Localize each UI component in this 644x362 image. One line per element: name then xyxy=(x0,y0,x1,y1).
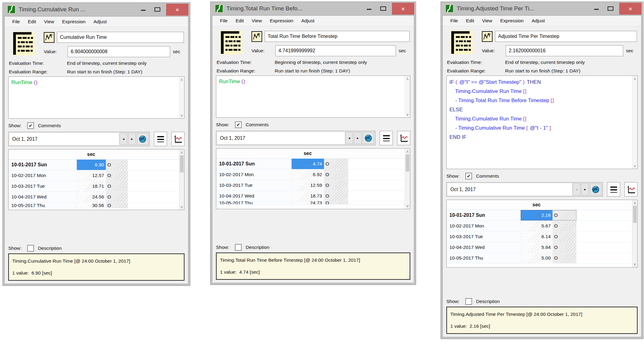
global-time-scroll-button[interactable] xyxy=(137,133,148,145)
row-value[interactable]: 5.00 xyxy=(521,253,553,263)
table-row[interactable]: 10-03-2017 Tue12.59O xyxy=(216,180,405,191)
scroll-up-icon[interactable]: ∧ xyxy=(405,149,410,154)
minimize-button[interactable] xyxy=(362,2,376,15)
table-row[interactable]: 10-03-2017 Tue6.14O xyxy=(447,231,632,242)
next-timestep-button[interactable]: ► xyxy=(128,133,136,145)
scroll-down-icon[interactable]: ∨ xyxy=(405,203,410,209)
close-button[interactable]: × xyxy=(392,3,414,15)
date-input[interactable]: Oct 1, 2017 xyxy=(448,183,572,195)
description-checkbox[interactable] xyxy=(27,245,34,252)
table-row[interactable]: 10-02-2017 Mon6.92O xyxy=(216,169,405,180)
table-row[interactable]: 10-04-2017 Wed5.84O xyxy=(447,242,632,253)
menu-adjust[interactable]: Adjust xyxy=(528,18,549,24)
table-row[interactable]: 10-01-2017 Sun6.90O xyxy=(9,160,179,170)
menu-edit[interactable]: Edit xyxy=(462,18,478,24)
menu-edit[interactable]: Edit xyxy=(232,18,248,24)
menu-expression[interactable]: Expression xyxy=(58,19,90,24)
next-timestep-button[interactable]: ► xyxy=(581,183,589,195)
value-input[interactable]: 4.741999999992 xyxy=(275,45,396,56)
row-value[interactable]: 12.57 xyxy=(77,170,106,181)
table-row[interactable]: 10-05-2017 Thu5.00O xyxy=(447,253,632,264)
table-row[interactable]: 10-05-2017 Thu30.56O xyxy=(9,202,179,209)
row-value[interactable]: 2.16 xyxy=(521,210,553,220)
plot-view-button[interactable] xyxy=(624,182,638,197)
menu-file[interactable]: File xyxy=(8,19,24,24)
close-button[interactable]: × xyxy=(166,4,188,16)
description-checkbox[interactable] xyxy=(235,244,242,251)
expression-editor[interactable]: RunTime () ∧ ∨ xyxy=(216,76,410,118)
title-bar[interactable]: Timing.Total Run Time Befo... × xyxy=(212,2,414,15)
row-value[interactable]: 6.90 xyxy=(77,160,106,170)
table-scrollbar[interactable]: ∧ ∨ xyxy=(179,150,184,210)
menu-view[interactable]: View xyxy=(40,19,58,24)
global-time-scroll-button[interactable] xyxy=(590,183,601,195)
scroll-down-icon[interactable]: ∨ xyxy=(179,113,184,118)
previous-timestep-button[interactable]: ◄ xyxy=(345,132,353,144)
title-bar[interactable]: Timing.Adjusted Time Per Ti... × xyxy=(442,2,642,15)
row-value[interactable]: 18.71 xyxy=(77,181,106,191)
expression-scrollbar[interactable]: ∧ ∨ xyxy=(632,76,637,169)
date-input[interactable]: Oct 1, 2017 xyxy=(217,132,344,144)
scroll-up-icon[interactable]: ∧ xyxy=(405,76,410,81)
previous-timestep-button[interactable]: ◄ xyxy=(573,183,580,195)
close-button[interactable]: × xyxy=(619,3,642,15)
slot-name-input[interactable]: Adjusted Time Per Timestep xyxy=(495,31,637,42)
table-row[interactable]: 10-03-2017 Tue18.71O xyxy=(9,181,179,192)
menu-view[interactable]: View xyxy=(248,18,266,24)
menu-edit[interactable]: Edit xyxy=(24,19,40,24)
value-input[interactable]: 6.904000000008 xyxy=(68,46,170,57)
menu-file[interactable]: File xyxy=(446,18,462,24)
table-row[interactable]: 10-02-2017 Mon5.67O xyxy=(447,221,632,231)
minimize-button[interactable] xyxy=(136,3,150,16)
list-view-button[interactable] xyxy=(607,182,620,197)
value-input[interactable]: 2.162000000016 xyxy=(506,45,623,56)
row-value[interactable]: 4.74 xyxy=(292,159,324,169)
row-value[interactable]: 6.92 xyxy=(292,169,324,180)
previous-timestep-button[interactable]: ◄ xyxy=(120,133,127,145)
table-row[interactable]: 10-01-2017 Sun2.16O xyxy=(447,210,632,221)
slot-name-input[interactable]: Cumulative Run Time xyxy=(57,32,184,43)
table-row[interactable]: 10-04-2017 Wed18.73O xyxy=(216,191,405,201)
description-checkbox[interactable] xyxy=(465,298,472,305)
table-scrollbar[interactable]: ∧ ∨ xyxy=(632,200,637,267)
expression-scrollbar[interactable]: ∧ ∨ xyxy=(179,77,184,118)
menu-file[interactable]: File xyxy=(216,18,232,24)
list-view-button[interactable] xyxy=(380,131,393,145)
menu-view[interactable]: View xyxy=(478,18,496,24)
menu-adjust[interactable]: Adjust xyxy=(90,19,111,24)
next-timestep-button[interactable]: ► xyxy=(354,132,362,144)
title-bar[interactable]: Timing.Cumulative Run ... × xyxy=(4,3,188,16)
table-row[interactable]: 10-02-2017 Mon12.57O xyxy=(9,170,179,181)
row-value[interactable]: 18.73 xyxy=(292,191,324,201)
scroll-up-icon[interactable]: ∧ xyxy=(632,76,637,81)
plot-view-button[interactable] xyxy=(171,132,184,146)
date-input[interactable]: Oct 1, 2017 xyxy=(9,133,119,145)
maximize-button[interactable] xyxy=(150,3,164,16)
scroll-down-icon[interactable]: ∨ xyxy=(179,204,184,209)
menu-expression[interactable]: Expression xyxy=(496,18,528,24)
list-view-button[interactable] xyxy=(154,132,167,146)
menu-adjust[interactable]: Adjust xyxy=(297,18,318,24)
scroll-up-icon[interactable]: ∧ xyxy=(632,200,637,205)
maximize-button[interactable] xyxy=(376,2,390,15)
table-scrollbar[interactable]: ∧ ∨ xyxy=(405,149,410,209)
row-value[interactable]: 6.14 xyxy=(521,231,553,242)
expression-editor[interactable]: RunTime () ∧ ∨ xyxy=(8,76,184,119)
expression-editor[interactable]: IF ( @"t" == @"Start Timestep" ) THEN Ti… xyxy=(446,76,638,169)
scrollbar-thumb[interactable] xyxy=(633,206,637,223)
scroll-up-icon[interactable]: ∧ xyxy=(179,150,184,155)
row-value[interactable]: 24.56 xyxy=(77,192,106,202)
plot-view-button[interactable] xyxy=(397,131,410,145)
scroll-down-icon[interactable]: ∨ xyxy=(632,262,637,267)
row-value[interactable]: 30.56 xyxy=(77,202,106,208)
scroll-up-icon[interactable]: ∧ xyxy=(179,77,184,82)
row-value[interactable]: 12.59 xyxy=(292,180,324,190)
maximize-button[interactable] xyxy=(603,2,617,15)
global-time-scroll-button[interactable] xyxy=(363,132,374,144)
scroll-down-icon[interactable]: ∨ xyxy=(632,163,637,168)
row-value[interactable]: 5.67 xyxy=(521,221,553,231)
expression-scrollbar[interactable]: ∧ ∨ xyxy=(405,76,410,117)
table-row[interactable]: 10-01-2017 Sun4.74O xyxy=(216,159,405,169)
scrollbar-thumb[interactable] xyxy=(406,154,409,172)
table-row[interactable]: 10-04-2017 Wed24.56O xyxy=(9,192,179,202)
